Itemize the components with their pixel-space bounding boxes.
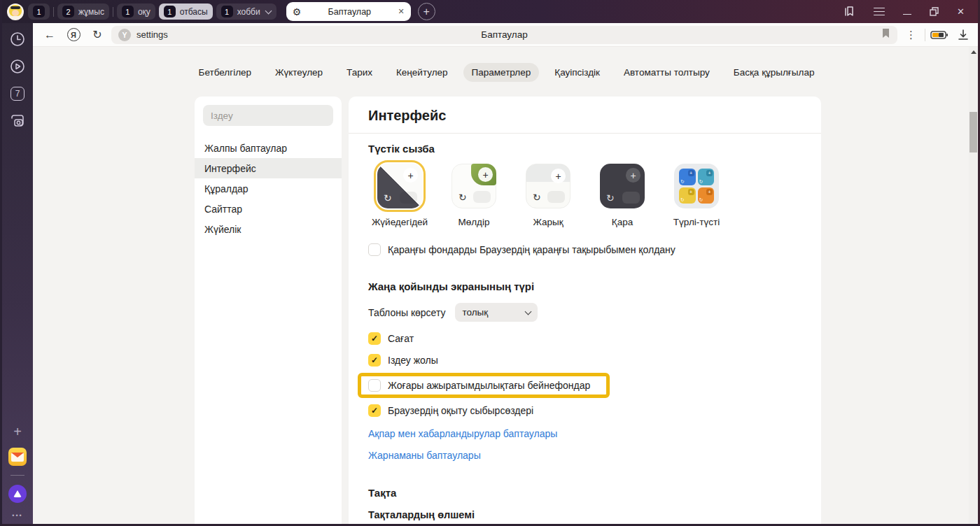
profile-avatar[interactable] — [7, 3, 24, 20]
tab-panel-icon[interactable] — [844, 6, 855, 17]
tab-extensions[interactable]: Кеңейтулер — [388, 63, 456, 82]
tab-group-work[interactable]: 2 жұмыс — [57, 3, 109, 20]
side-rail: 7 + ••• — [0, 23, 33, 526]
scroll-up-arrow-icon[interactable] — [971, 50, 976, 54]
checkbox-unchecked[interactable] — [368, 379, 381, 392]
tablo-display-label: Таблоны көрсету — [368, 307, 445, 318]
browser-hints-checkbox-row[interactable]: ✓ Браузердің оқыту сыбырсөздері — [368, 404, 802, 417]
tab-group-hobby[interactable]: 1 хобби — [216, 3, 276, 20]
theme-label: Түрлі-түсті — [673, 217, 720, 227]
theme-tile-transparent[interactable]: + ↻ — [451, 164, 496, 208]
screenshot-icon[interactable] — [9, 113, 26, 129]
address-bar[interactable]: Y settings Баптаулар — [111, 26, 897, 44]
tab-bookmarks[interactable]: Бетбелгілер — [190, 63, 260, 82]
hd-video-backgrounds-checkbox-row[interactable]: Жоғары ажыратымдылықтағы бейнефондар — [368, 379, 598, 392]
menu-item-tools[interactable]: Құралдар — [195, 178, 342, 199]
refresh-button[interactable]: ↻ — [88, 25, 107, 45]
gear-icon: ⚙ — [293, 7, 302, 17]
theme-option-system[interactable]: + ↻ Жүйедегідей — [366, 164, 433, 227]
restore-button[interactable] — [930, 7, 939, 16]
tab-group-label: оқу — [138, 7, 150, 17]
menu-item-system[interactable]: Жүйелік — [195, 219, 342, 239]
close-tab-icon[interactable]: ✕ — [398, 7, 404, 16]
tab-count-badge: 7 — [10, 87, 24, 101]
tab-settings[interactable]: Параметрлер — [463, 63, 540, 82]
url-text[interactable]: settings — [136, 29, 168, 40]
notifications-settings-link[interactable]: Ақпар мен хабарландырулар баптаулары — [368, 428, 557, 439]
battery-icon[interactable] — [930, 25, 949, 45]
theme-option-dark[interactable]: + ↻ Қара — [589, 164, 656, 227]
plus-icon: + — [551, 169, 566, 183]
more-sidebar-icon[interactable]: ••• — [12, 512, 22, 519]
tab-group-count: 1 — [33, 6, 45, 17]
menu-item-sites[interactable]: Сайттар — [195, 199, 342, 219]
menu-item-interface[interactable]: Интерфейс — [195, 158, 342, 178]
checkbox-label: Қараңғы фондарды Браузердің қараңғы тақы… — [388, 244, 676, 255]
theme-option-transparent[interactable]: + ↻ Мөлдір — [440, 164, 507, 227]
toolbar-divider — [925, 29, 925, 41]
alice-assistant-icon[interactable] — [8, 485, 27, 503]
checkbox-checked[interactable]: ✓ — [368, 404, 381, 417]
active-tab-settings[interactable]: ⚙ Баптаулар ✕ — [286, 2, 411, 21]
add-panel-icon[interactable]: + — [13, 425, 22, 439]
history-icon[interactable] — [9, 31, 26, 48]
page-scrollbar[interactable] — [969, 47, 978, 524]
checkbox-checked[interactable]: ✓ — [368, 332, 381, 345]
checkbox-unchecked[interactable] — [368, 243, 381, 256]
chevron-down-icon — [265, 7, 272, 14]
tab-other-devices[interactable]: Басқа құрылғылар — [725, 63, 823, 82]
search-line-checkbox-row[interactable]: ✓ Іздеу жолы — [368, 354, 802, 367]
video-play-icon[interactable] — [9, 58, 26, 75]
checkbox-checked[interactable]: ✓ — [368, 354, 381, 367]
tab-group-family-active[interactable]: 1 отбасы — [159, 3, 213, 20]
menu-icon[interactable] — [874, 8, 885, 16]
tab-group-study[interactable]: 1 оқу — [117, 3, 155, 20]
titlebar-controls: ✕ — [844, 6, 973, 17]
new-tab-button[interactable]: + — [418, 3, 435, 20]
close-window-button[interactable]: ✕ — [957, 6, 965, 17]
tab-group-1[interactable]: 1 — [28, 3, 50, 20]
plus-icon: + — [626, 168, 640, 183]
theme-tile-light[interactable]: + ↻ — [526, 164, 570, 208]
tablo-shape — [547, 191, 565, 203]
settings-menu-panel: Жалпы баптаулар Интерфейс Құралдар Сайтт… — [195, 97, 342, 526]
chevron-down-icon — [525, 308, 532, 315]
tab-counter-icon[interactable]: 7 — [9, 85, 26, 102]
tab-bar: 1 2 жұмыс 1 оқу 1 отбасы 1 хобби — [0, 0, 980, 23]
downloads-icon[interactable] — [953, 25, 973, 45]
theme-tile-dark[interactable]: + ↻ — [600, 164, 645, 208]
dark-background-checkbox-row[interactable]: Қараңғы фондарды Браузердің қараңғы тақы… — [368, 243, 802, 256]
more-options-icon[interactable]: ⋮ — [902, 29, 920, 41]
theme-tile-colorful[interactable]: +↻ +↻ +↻ +↻ — [674, 164, 719, 208]
search-input[interactable] — [203, 105, 333, 126]
theme-option-light[interactable]: + ↻ Жарық — [514, 164, 582, 227]
tablo-display-select[interactable]: толық — [455, 303, 538, 322]
mini-tile-teal: +↻ — [698, 169, 715, 185]
settings-page: Бетбелгілер Жүктеулер Тарих Кеңейтулер П… — [33, 47, 980, 526]
mail-icon[interactable] — [8, 448, 27, 466]
tab-group-count: 1 — [221, 6, 233, 17]
minimize-button[interactable] — [903, 8, 911, 15]
newtab-section-title: Жаңа қойынды экранының түрі — [368, 280, 802, 292]
clock-checkbox-row[interactable]: ✓ Сағат — [368, 332, 802, 345]
refresh-icon: ↻ — [533, 192, 541, 203]
theme-option-colorful[interactable]: +↻ +↻ +↻ +↻ Түрлі-түсті — [663, 164, 730, 227]
tab-group-separator — [113, 7, 113, 17]
tab-group-count: 1 — [164, 6, 176, 17]
theme-label: Жарық — [533, 217, 563, 227]
scrollbar-thumb[interactable] — [969, 112, 977, 152]
tab-history[interactable]: Тарих — [338, 63, 381, 82]
ads-settings-link[interactable]: Жарнаманы баптаулары — [368, 450, 481, 461]
tab-autofill[interactable]: Автоматты толтыру — [615, 63, 718, 82]
tab-group-label: жұмыс — [78, 7, 104, 17]
tab-groups: 1 2 жұмыс 1 оқу 1 отбасы 1 хобби — [28, 3, 276, 20]
bookmark-icon[interactable] — [881, 28, 890, 41]
mini-tile-yellow: +↻ — [679, 187, 696, 204]
back-button[interactable]: ← — [40, 25, 59, 45]
theme-tile-system[interactable]: + ↻ — [377, 164, 422, 208]
tab-downloads[interactable]: Жүктеулер — [267, 63, 331, 82]
yandex-home-button[interactable]: Я — [64, 25, 83, 45]
yandex-logo-icon: Я — [67, 28, 80, 41]
menu-item-general[interactable]: Жалпы баптаулар — [195, 138, 342, 158]
tab-security[interactable]: Қауіпсіздік — [546, 63, 608, 82]
